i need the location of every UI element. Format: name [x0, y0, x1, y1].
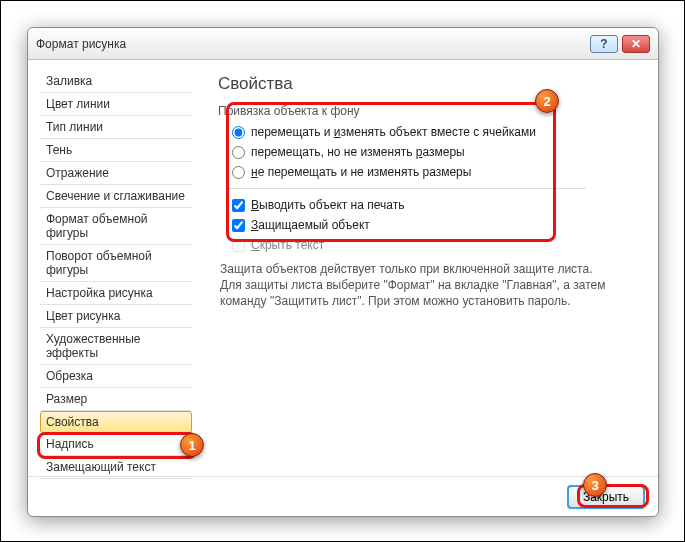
radio-row-move-only[interactable]: перемещать, но не изменять размеры: [218, 142, 642, 162]
checkbox-hide-text: [232, 239, 245, 252]
help-button[interactable]: ?: [590, 35, 618, 53]
checkbox-locked[interactable]: [232, 219, 245, 232]
sidebar-item-properties[interactable]: Свойства: [40, 411, 192, 433]
sidebar-item-size[interactable]: Размер: [40, 388, 192, 411]
radio-row-no-move[interactable]: не перемещать и не изменять размеры: [218, 162, 642, 182]
sidebar-item-alt-text[interactable]: Замещающий текст: [40, 456, 192, 479]
radio-move-no-size[interactable]: [232, 146, 245, 159]
annotation-badge-3: 3: [583, 473, 607, 497]
sidebar-item-3d-rotation[interactable]: Поворот объемной фигуры: [40, 245, 192, 282]
check-row-print[interactable]: Выводить объект на печать: [218, 195, 642, 215]
annotation-badge-2: 2: [535, 89, 559, 113]
sidebar-item-line-color[interactable]: Цвет линии: [40, 93, 192, 116]
sidebar-item-picture-color[interactable]: Цвет рисунка: [40, 305, 192, 328]
radio-no-move-no-size[interactable]: [232, 166, 245, 179]
content-pane: Свойства Привязка объекта к фону перемещ…: [198, 60, 658, 476]
sidebar-item-picture-corrections[interactable]: Настройка рисунка: [40, 282, 192, 305]
check-label: Выводить объект на печать: [251, 198, 404, 212]
dialog-title: Формат рисунка: [36, 37, 586, 51]
check-row-locked[interactable]: Защищаемый объект: [218, 215, 642, 235]
checkbox-print-object[interactable]: [232, 199, 245, 212]
titlebar: Формат рисунка ? ✕: [28, 28, 658, 60]
sidebar-item-line-style[interactable]: Тип линии: [40, 116, 192, 139]
help-icon: ?: [600, 37, 607, 51]
sidebar-item-textbox[interactable]: Надпись: [40, 433, 192, 456]
format-picture-dialog: Формат рисунка ? ✕ Заливка Цвет линии Ти…: [27, 27, 659, 517]
radio-label: перемещать, но не изменять размеры: [251, 145, 465, 159]
canvas: Формат рисунка ? ✕ Заливка Цвет линии Ти…: [0, 0, 685, 542]
sidebar-item-reflection[interactable]: Отражение: [40, 162, 192, 185]
divider: [226, 188, 586, 189]
radio-label: перемещать и изменять объект вместе с яч…: [251, 125, 536, 139]
radio-row-move-size[interactable]: перемещать и изменять объект вместе с яч…: [218, 122, 642, 142]
radio-label: не перемещать и не изменять размеры: [251, 165, 471, 179]
close-window-button[interactable]: ✕: [622, 35, 650, 53]
close-icon: ✕: [631, 37, 641, 51]
category-sidebar: Заливка Цвет линии Тип линии Тень Отраже…: [28, 60, 198, 476]
radio-move-size-with-cells[interactable]: [232, 126, 245, 139]
check-label: Скрыть текст: [251, 238, 324, 252]
section-title: Свойства: [218, 74, 642, 98]
check-label: Защищаемый объект: [251, 218, 370, 232]
sidebar-item-fill[interactable]: Заливка: [40, 70, 192, 93]
sidebar-item-glow[interactable]: Свечение и сглаживание: [40, 185, 192, 208]
sidebar-item-artistic-effects[interactable]: Художественные эффекты: [40, 328, 192, 365]
check-row-hide-text: Скрыть текст: [218, 235, 642, 255]
group-label-anchor: Привязка объекта к фону: [218, 104, 642, 118]
protection-info-text: Защита объектов действует только при вкл…: [220, 261, 610, 310]
sidebar-item-shadow[interactable]: Тень: [40, 139, 192, 162]
dialog-footer: Закрыть: [28, 476, 658, 516]
annotation-badge-1: 1: [180, 433, 204, 457]
sidebar-item-3d-format[interactable]: Формат объемной фигуры: [40, 208, 192, 245]
sidebar-item-crop[interactable]: Обрезка: [40, 365, 192, 388]
